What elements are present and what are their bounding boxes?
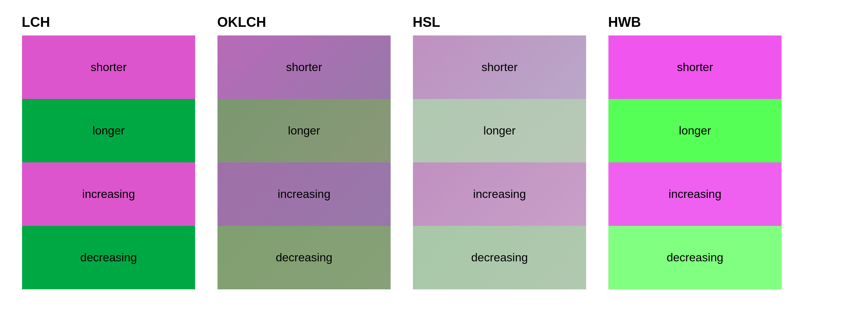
cell-hsl-decreasing: decreasing — [413, 226, 586, 289]
cell-lch-longer: longer — [22, 99, 195, 162]
group-title-lch: LCH — [22, 14, 195, 30]
cell-hsl-shorter: shorter — [413, 36, 586, 99]
cell-hwb-decreasing: decreasing — [608, 226, 781, 289]
cell-oklch-decreasing: decreasing — [218, 226, 391, 289]
group-title-oklch: OKLCH — [217, 14, 391, 30]
group-oklch: OKLCHshorterlongerincreasingdecreasing — [217, 14, 391, 290]
color-card-oklch: shorterlongerincreasingdecreasing — [217, 35, 391, 290]
cell-hwb-shorter: shorter — [608, 36, 781, 99]
cell-hsl-longer: longer — [413, 99, 586, 162]
group-title-hwb: HWB — [608, 14, 782, 30]
color-card-lch: shorterlongerincreasingdecreasing — [22, 35, 195, 290]
group-title-hsl: HSL — [413, 14, 586, 30]
color-card-hsl: shorterlongerincreasingdecreasing — [413, 35, 586, 290]
cell-oklch-shorter: shorter — [218, 36, 391, 99]
color-card-hwb: shorterlongerincreasingdecreasing — [608, 35, 782, 290]
cell-oklch-increasing: increasing — [218, 162, 391, 226]
cell-lch-increasing: increasing — [22, 162, 195, 226]
group-lch: LCHshorterlongerincreasingdecreasing — [22, 14, 195, 290]
cell-oklch-longer: longer — [218, 99, 391, 162]
page-container: LCHshorterlongerincreasingdecreasingOKLC… — [22, 14, 846, 290]
cell-hsl-increasing: increasing — [413, 162, 586, 226]
group-hsl: HSLshorterlongerincreasingdecreasing — [413, 14, 586, 290]
cell-hwb-increasing: increasing — [608, 162, 781, 226]
cell-lch-decreasing: decreasing — [22, 226, 195, 289]
cell-lch-shorter: shorter — [22, 36, 195, 99]
group-hwb: HWBshorterlongerincreasingdecreasing — [608, 14, 782, 290]
cell-hwb-longer: longer — [608, 99, 781, 162]
